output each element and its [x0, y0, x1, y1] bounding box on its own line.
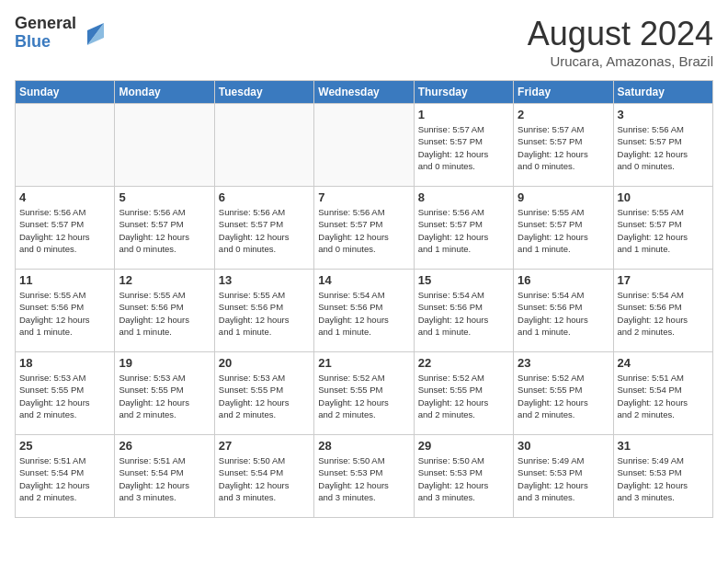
- calendar-cell: 21Sunrise: 5:52 AM Sunset: 5:55 PM Dayli…: [314, 352, 414, 435]
- calendar-week-row: 4Sunrise: 5:56 AM Sunset: 5:57 PM Daylig…: [16, 187, 713, 270]
- calendar-cell: 1Sunrise: 5:57 AM Sunset: 5:57 PM Daylig…: [414, 104, 513, 187]
- weekday-header-thursday: Thursday: [414, 81, 513, 104]
- day-number: 19: [119, 356, 210, 370]
- day-info: Sunrise: 5:50 AM Sunset: 5:54 PM Dayligh…: [219, 454, 310, 503]
- day-info: Sunrise: 5:51 AM Sunset: 5:54 PM Dayligh…: [618, 372, 709, 420]
- day-number: 1: [418, 108, 509, 121]
- calendar-week-row: 25Sunrise: 5:51 AM Sunset: 5:54 PM Dayli…: [16, 435, 713, 518]
- day-info: Sunrise: 5:55 AM Sunset: 5:57 PM Dayligh…: [618, 206, 709, 255]
- weekday-header-friday: Friday: [514, 81, 613, 104]
- day-number: 30: [518, 439, 609, 453]
- day-number: 29: [418, 439, 509, 453]
- day-number: 13: [219, 273, 310, 287]
- day-number: 31: [618, 439, 709, 453]
- calendar-table: SundayMondayTuesdayWednesdayThursdayFrid…: [15, 80, 713, 518]
- day-number: 7: [318, 190, 409, 204]
- weekday-header-row: SundayMondayTuesdayWednesdayThursdayFrid…: [16, 81, 713, 104]
- day-number: 3: [618, 108, 709, 121]
- calendar-cell: 2Sunrise: 5:57 AM Sunset: 5:57 PM Daylig…: [514, 104, 613, 187]
- calendar-cell: [314, 104, 414, 187]
- calendar-week-row: 11Sunrise: 5:55 AM Sunset: 5:56 PM Dayli…: [16, 270, 713, 352]
- day-number: 11: [19, 273, 110, 287]
- day-info: Sunrise: 5:52 AM Sunset: 5:55 PM Dayligh…: [418, 372, 509, 420]
- day-info: Sunrise: 5:54 AM Sunset: 5:56 PM Dayligh…: [518, 289, 609, 338]
- day-info: Sunrise: 5:55 AM Sunset: 5:56 PM Dayligh…: [19, 289, 110, 338]
- calendar-cell: [16, 104, 115, 187]
- day-info: Sunrise: 5:56 AM Sunset: 5:57 PM Dayligh…: [119, 206, 210, 255]
- calendar-cell: 15Sunrise: 5:54 AM Sunset: 5:56 PM Dayli…: [414, 270, 513, 352]
- calendar-cell: 25Sunrise: 5:51 AM Sunset: 5:54 PM Dayli…: [16, 435, 115, 518]
- day-info: Sunrise: 5:53 AM Sunset: 5:55 PM Dayligh…: [219, 372, 310, 420]
- calendar-cell: 27Sunrise: 5:50 AM Sunset: 5:54 PM Dayli…: [214, 435, 313, 518]
- day-info: Sunrise: 5:56 AM Sunset: 5:57 PM Dayligh…: [418, 206, 509, 255]
- logo: General Blue: [15, 15, 106, 52]
- calendar-cell: 20Sunrise: 5:53 AM Sunset: 5:55 PM Dayli…: [214, 352, 313, 435]
- calendar-cell: 12Sunrise: 5:55 AM Sunset: 5:56 PM Dayli…: [115, 270, 214, 352]
- calendar-cell: 28Sunrise: 5:50 AM Sunset: 5:53 PM Dayli…: [314, 435, 414, 518]
- day-number: 10: [618, 190, 709, 204]
- calendar-cell: 26Sunrise: 5:51 AM Sunset: 5:54 PM Dayli…: [115, 435, 214, 518]
- day-info: Sunrise: 5:54 AM Sunset: 5:56 PM Dayligh…: [318, 289, 409, 338]
- day-info: Sunrise: 5:52 AM Sunset: 5:55 PM Dayligh…: [318, 372, 409, 420]
- day-number: 4: [19, 190, 110, 204]
- title-block: August 2024 Urucara, Amazonas, Brazil: [528, 15, 713, 69]
- calendar-cell: 9Sunrise: 5:55 AM Sunset: 5:57 PM Daylig…: [514, 187, 613, 270]
- calendar-cell: 18Sunrise: 5:53 AM Sunset: 5:55 PM Dayli…: [16, 352, 115, 435]
- day-info: Sunrise: 5:53 AM Sunset: 5:55 PM Dayligh…: [119, 372, 210, 420]
- day-number: 14: [318, 273, 409, 287]
- day-info: Sunrise: 5:54 AM Sunset: 5:56 PM Dayligh…: [418, 289, 509, 338]
- calendar-cell: 10Sunrise: 5:55 AM Sunset: 5:57 PM Dayli…: [613, 187, 712, 270]
- logo-general-text: General: [15, 15, 76, 33]
- weekday-header-wednesday: Wednesday: [314, 81, 414, 104]
- calendar-cell: 19Sunrise: 5:53 AM Sunset: 5:55 PM Dayli…: [115, 352, 214, 435]
- weekday-header-monday: Monday: [115, 81, 214, 104]
- day-info: Sunrise: 5:55 AM Sunset: 5:57 PM Dayligh…: [518, 206, 609, 255]
- calendar-cell: 30Sunrise: 5:49 AM Sunset: 5:53 PM Dayli…: [514, 435, 613, 518]
- day-number: 25: [19, 439, 110, 453]
- day-info: Sunrise: 5:55 AM Sunset: 5:56 PM Dayligh…: [219, 289, 310, 338]
- calendar-cell: 24Sunrise: 5:51 AM Sunset: 5:54 PM Dayli…: [613, 352, 712, 435]
- page-header: General Blue August 2024 Urucara, Amazon…: [15, 15, 713, 69]
- calendar-cell: 3Sunrise: 5:56 AM Sunset: 5:57 PM Daylig…: [613, 104, 712, 187]
- calendar-cell: 29Sunrise: 5:50 AM Sunset: 5:53 PM Dayli…: [414, 435, 513, 518]
- day-info: Sunrise: 5:51 AM Sunset: 5:54 PM Dayligh…: [19, 454, 110, 503]
- calendar-cell: 4Sunrise: 5:56 AM Sunset: 5:57 PM Daylig…: [16, 187, 115, 270]
- calendar-cell: 16Sunrise: 5:54 AM Sunset: 5:56 PM Dayli…: [514, 270, 613, 352]
- day-info: Sunrise: 5:57 AM Sunset: 5:57 PM Dayligh…: [418, 123, 509, 172]
- day-number: 15: [418, 273, 509, 287]
- day-number: 27: [219, 439, 310, 453]
- day-number: 21: [318, 356, 409, 370]
- calendar-cell: 5Sunrise: 5:56 AM Sunset: 5:57 PM Daylig…: [115, 187, 214, 270]
- logo-blue-text: Blue: [15, 33, 76, 52]
- day-info: Sunrise: 5:53 AM Sunset: 5:55 PM Dayligh…: [19, 372, 110, 420]
- day-number: 12: [119, 273, 210, 287]
- day-info: Sunrise: 5:56 AM Sunset: 5:57 PM Dayligh…: [19, 206, 110, 255]
- calendar-week-row: 18Sunrise: 5:53 AM Sunset: 5:55 PM Dayli…: [16, 352, 713, 435]
- day-number: 20: [219, 356, 310, 370]
- calendar-cell: 31Sunrise: 5:49 AM Sunset: 5:53 PM Dayli…: [613, 435, 712, 518]
- day-info: Sunrise: 5:49 AM Sunset: 5:53 PM Dayligh…: [518, 454, 609, 503]
- logo-icon: [78, 19, 106, 47]
- day-number: 28: [318, 439, 409, 453]
- weekday-header-saturday: Saturday: [613, 81, 712, 104]
- day-info: Sunrise: 5:51 AM Sunset: 5:54 PM Dayligh…: [119, 454, 210, 503]
- day-number: 18: [19, 356, 110, 370]
- calendar-week-row: 1Sunrise: 5:57 AM Sunset: 5:57 PM Daylig…: [16, 104, 713, 187]
- day-number: 9: [518, 190, 609, 204]
- calendar-cell: 17Sunrise: 5:54 AM Sunset: 5:56 PM Dayli…: [613, 270, 712, 352]
- calendar-cell: 14Sunrise: 5:54 AM Sunset: 5:56 PM Dayli…: [314, 270, 414, 352]
- calendar-cell: 23Sunrise: 5:52 AM Sunset: 5:55 PM Dayli…: [514, 352, 613, 435]
- day-info: Sunrise: 5:52 AM Sunset: 5:55 PM Dayligh…: [518, 372, 609, 420]
- weekday-header-sunday: Sunday: [16, 81, 115, 104]
- day-info: Sunrise: 5:49 AM Sunset: 5:53 PM Dayligh…: [618, 454, 709, 503]
- day-number: 6: [219, 190, 310, 204]
- calendar-cell: 22Sunrise: 5:52 AM Sunset: 5:55 PM Dayli…: [414, 352, 513, 435]
- day-number: 16: [518, 273, 609, 287]
- calendar-cell: 8Sunrise: 5:56 AM Sunset: 5:57 PM Daylig…: [414, 187, 513, 270]
- day-number: 26: [119, 439, 210, 453]
- weekday-header-tuesday: Tuesday: [214, 81, 313, 104]
- day-info: Sunrise: 5:50 AM Sunset: 5:53 PM Dayligh…: [318, 454, 409, 503]
- calendar-cell: 6Sunrise: 5:56 AM Sunset: 5:57 PM Daylig…: [214, 187, 313, 270]
- day-info: Sunrise: 5:55 AM Sunset: 5:56 PM Dayligh…: [119, 289, 210, 338]
- day-number: 23: [518, 356, 609, 370]
